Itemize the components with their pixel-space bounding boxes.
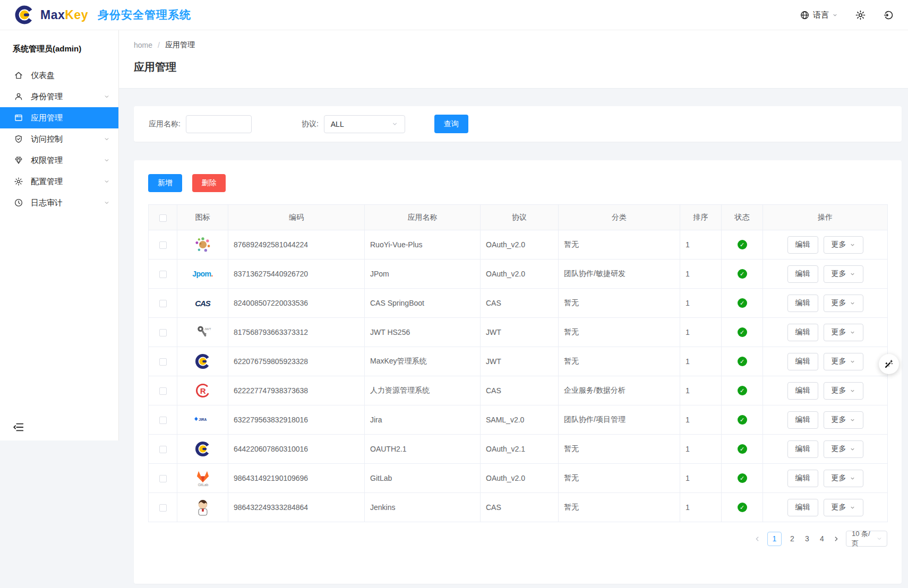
edit-button[interactable]: 编辑 bbox=[787, 265, 818, 283]
app-code: 986431492190109696 bbox=[228, 464, 365, 493]
magic-wand-button[interactable] bbox=[879, 354, 899, 374]
more-button[interactable]: 更多 bbox=[824, 353, 863, 370]
sidebar-item-audit[interactable]: 日志审计 bbox=[0, 192, 118, 213]
add-button[interactable]: 新增 bbox=[148, 174, 182, 192]
pagination-next-icon[interactable] bbox=[833, 535, 840, 542]
col-header-status: 状态 bbox=[722, 205, 763, 230]
edit-button[interactable]: 编辑 bbox=[787, 411, 818, 429]
edit-button[interactable]: 编辑 bbox=[787, 324, 818, 341]
table-row: 986432249333284864 Jenkins CAS 暂无 1 ✓ 编辑… bbox=[149, 493, 888, 522]
app-sort: 1 bbox=[680, 260, 722, 289]
protocol-label: 协议: bbox=[302, 119, 319, 129]
menu-icon-config bbox=[14, 177, 23, 186]
app-protocol: CAS bbox=[481, 493, 559, 522]
breadcrumb: home / 应用管理 bbox=[134, 40, 195, 50]
app-name-input[interactable] bbox=[186, 115, 252, 133]
app-name: GitLab bbox=[365, 464, 481, 493]
edit-button[interactable]: 编辑 bbox=[787, 499, 818, 516]
pagination-page-button[interactable]: 4 bbox=[818, 532, 826, 545]
app-category: 暂无 bbox=[559, 230, 680, 260]
col-header-actions: 操作 bbox=[763, 205, 888, 230]
chevron-down-icon bbox=[104, 136, 110, 142]
pagination-page-button[interactable]: 1 bbox=[767, 532, 782, 546]
app-name: CAS SpringBoot bbox=[365, 289, 481, 318]
more-button[interactable]: 更多 bbox=[824, 265, 863, 283]
logout-icon[interactable] bbox=[883, 10, 894, 21]
row-checkbox[interactable] bbox=[159, 358, 167, 366]
status-enabled-icon: ✓ bbox=[738, 415, 747, 425]
more-button[interactable]: 更多 bbox=[824, 382, 863, 400]
app-protocol: JWT bbox=[481, 318, 559, 347]
sidebar-collapse-icon[interactable] bbox=[13, 421, 24, 433]
page-size-select[interactable]: 10 条/页 bbox=[846, 531, 887, 547]
edit-button[interactable]: 编辑 bbox=[787, 440, 818, 458]
more-button[interactable]: 更多 bbox=[824, 295, 863, 312]
top-bar: MaxKey 身份安全管理系统 语言 bbox=[0, 0, 908, 30]
sidebar-item-access[interactable]: 访问控制 bbox=[0, 128, 118, 150]
sidebar-item-permission[interactable]: 权限管理 bbox=[0, 150, 118, 171]
search-button[interactable]: 查询 bbox=[434, 115, 468, 133]
row-checkbox[interactable] bbox=[159, 300, 167, 307]
menu-icon-permission bbox=[14, 155, 23, 165]
chevron-down-icon bbox=[850, 330, 855, 335]
sidebar-item-label: 权限管理 bbox=[31, 155, 63, 166]
sidebar-item-dashboard[interactable]: 仪表盘 bbox=[0, 65, 118, 86]
app-category: 暂无 bbox=[559, 464, 680, 493]
sidebar-item-identity[interactable]: 身份管理 bbox=[0, 86, 118, 107]
app-category: 暂无 bbox=[559, 493, 680, 522]
select-all-checkbox[interactable] bbox=[159, 214, 167, 222]
app-protocol: JWT bbox=[481, 347, 559, 376]
chevron-down-icon bbox=[850, 446, 855, 452]
pagination-page-button[interactable]: 2 bbox=[788, 532, 796, 545]
delete-button[interactable]: 删除 bbox=[192, 174, 226, 192]
pagination: 1234 10 条/页 bbox=[148, 531, 887, 547]
more-button[interactable]: 更多 bbox=[824, 470, 863, 487]
app-category: 团队协作/项目管理 bbox=[559, 405, 680, 435]
chevron-down-icon bbox=[104, 178, 110, 185]
pagination-prev-icon[interactable] bbox=[754, 535, 761, 542]
sidebar-item-label: 应用管理 bbox=[31, 113, 63, 123]
language-label: 语言 bbox=[813, 10, 829, 20]
language-switcher[interactable]: 语言 bbox=[800, 10, 838, 20]
row-checkbox[interactable] bbox=[159, 387, 167, 395]
more-button[interactable]: 更多 bbox=[824, 440, 863, 458]
app-name: Jira bbox=[365, 405, 481, 435]
app-code: 622076759805923328 bbox=[228, 347, 365, 376]
app-sort: 1 bbox=[680, 230, 722, 260]
protocol-select-value: ALL bbox=[331, 120, 344, 128]
more-button[interactable]: 更多 bbox=[824, 324, 863, 341]
sidebar-item-apps[interactable]: 应用管理 bbox=[0, 107, 118, 128]
svg-text:GitLab: GitLab bbox=[198, 483, 208, 487]
sidebar-item-config[interactable]: 配置管理 bbox=[0, 171, 118, 192]
page-size-value: 10 条/页 bbox=[852, 529, 876, 548]
app-category: 企业服务/数据分析 bbox=[559, 376, 680, 405]
row-checkbox[interactable] bbox=[159, 241, 167, 249]
edit-button[interactable]: 编辑 bbox=[787, 382, 818, 400]
sidebar: 系统管理员(admin) 仪表盘 身份管理 应用管理 bbox=[0, 30, 119, 440]
protocol-select[interactable]: ALL bbox=[324, 115, 405, 133]
app-protocol: CAS bbox=[481, 376, 559, 405]
brand: MaxKey 身份安全管理系统 bbox=[14, 4, 191, 25]
more-button[interactable]: 更多 bbox=[824, 411, 863, 429]
row-checkbox[interactable] bbox=[159, 417, 167, 424]
pagination-page-button[interactable]: 3 bbox=[803, 532, 811, 545]
maxkey-logo-icon bbox=[14, 4, 35, 25]
row-checkbox[interactable] bbox=[159, 475, 167, 482]
row-checkbox[interactable] bbox=[159, 271, 167, 278]
app-name: Jenkins bbox=[365, 493, 481, 522]
table-row: 622076759805923328 MaxKey管理系统 JWT 暂无 1 ✓… bbox=[149, 347, 888, 376]
row-checkbox[interactable] bbox=[159, 446, 167, 453]
more-button[interactable]: 更多 bbox=[824, 499, 863, 516]
col-header-icon: 图标 bbox=[177, 205, 228, 230]
app-category: 暂无 bbox=[559, 289, 680, 318]
more-button[interactable]: 更多 bbox=[824, 236, 863, 254]
edit-button[interactable]: 编辑 bbox=[787, 470, 818, 487]
edit-button[interactable]: 编辑 bbox=[787, 295, 818, 312]
settings-gear-icon[interactable] bbox=[855, 10, 866, 21]
breadcrumb-home-link[interactable]: home bbox=[134, 41, 152, 49]
edit-button[interactable]: 编辑 bbox=[787, 236, 818, 254]
edit-button[interactable]: 编辑 bbox=[787, 353, 818, 370]
row-checkbox[interactable] bbox=[159, 329, 167, 336]
globe-icon bbox=[800, 10, 810, 20]
row-checkbox[interactable] bbox=[159, 504, 167, 512]
